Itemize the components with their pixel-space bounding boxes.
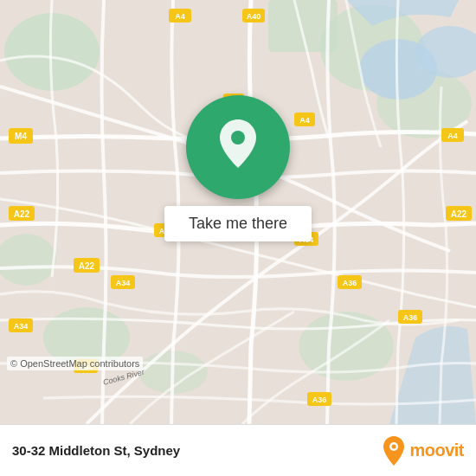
take-me-there-button[interactable]: Take me there <box>164 206 312 241</box>
svg-point-46 <box>231 131 245 145</box>
moovit-logo: moovit <box>382 435 464 466</box>
svg-text:A22: A22 <box>79 261 95 271</box>
bottom-bar: 30-32 Middleton St, Sydney moovit <box>0 424 476 476</box>
svg-text:A22: A22 <box>451 209 467 219</box>
copyright-text: © OpenStreetMap contributors <box>7 357 143 370</box>
address-section: 30-32 Middleton St, Sydney <box>12 443 180 458</box>
svg-point-48 <box>392 444 396 448</box>
address-text: 30-32 Middleton St, Sydney <box>12 443 180 458</box>
svg-text:A4: A4 <box>175 12 185 21</box>
green-circle <box>186 95 290 199</box>
svg-text:A34: A34 <box>116 279 131 287</box>
svg-text:A36: A36 <box>312 396 327 404</box>
svg-text:A34: A34 <box>14 322 29 331</box>
svg-text:A4: A4 <box>447 132 458 140</box>
svg-text:M4: M4 <box>15 132 27 141</box>
location-card: Take me there <box>164 95 312 241</box>
moovit-wordmark: moovit <box>409 441 464 460</box>
svg-text:A36: A36 <box>403 313 418 322</box>
moovit-pin-icon <box>382 435 406 466</box>
svg-text:A36: A36 <box>343 279 357 287</box>
svg-text:A22: A22 <box>14 209 30 219</box>
map-container: M4 A4 A40 A4 A4 A4 A22 A22 A22 A34 A34 A… <box>0 0 476 424</box>
svg-text:A40: A40 <box>247 12 261 21</box>
location-pin-icon <box>216 118 260 177</box>
